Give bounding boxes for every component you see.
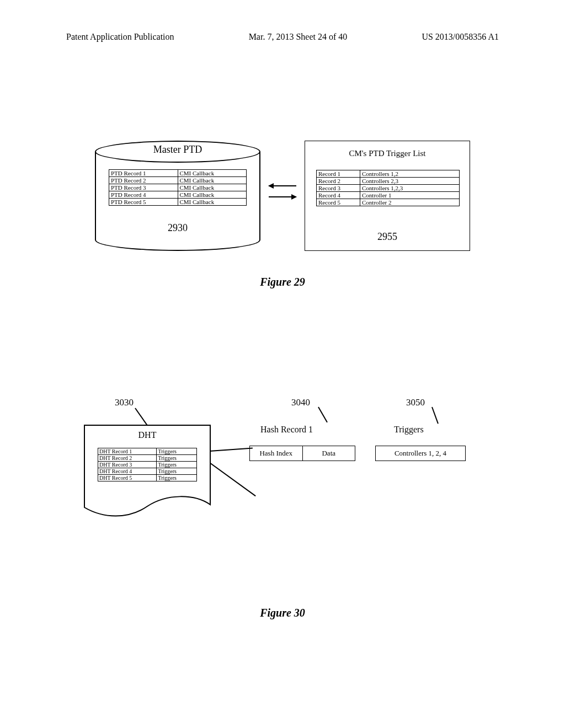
- dht-title: DHT: [84, 430, 211, 440]
- ptd-row-r: CMI Callback: [178, 176, 247, 184]
- header-right: US 2013/0058356 A1: [422, 32, 499, 42]
- dht-row-r: Triggers: [157, 474, 196, 481]
- trig-row-r: Controllers 2,3: [360, 178, 460, 184]
- dht-row-l: DHT Record 4: [98, 468, 157, 474]
- figure-29: Master PTD PTD Record 1CMI Callback PTD …: [0, 141, 565, 273]
- bidirectional-arrow-icon: [266, 182, 299, 204]
- trig-row-l: Record 4: [316, 192, 360, 199]
- trig-row-l: Record 2: [316, 178, 360, 184]
- trig-ref: 3050: [406, 397, 425, 408]
- trig-row-r: Controller 1: [360, 192, 460, 199]
- leader-line-icon: [318, 407, 328, 423]
- trig-row-r: Controllers 1,2: [360, 170, 460, 177]
- figure-29-caption: Figure 29: [0, 276, 565, 288]
- figure-30: 3030 3040 3050 DHT DHT Record 1Triggers …: [0, 408, 565, 552]
- ptd-row-r: CMI Callback: [178, 170, 247, 176]
- trig-row-l: Record 5: [316, 199, 360, 206]
- ptd-row-l: PTD Record 5: [109, 198, 178, 205]
- hash-record-title: Hash Record 1: [260, 425, 313, 435]
- header-mid: Mar. 7, 2013 Sheet 24 of 40: [249, 32, 348, 42]
- ptd-row-l: PTD Record 2: [109, 176, 178, 184]
- dht-table: DHT Record 1Triggers DHT Record 2Trigger…: [98, 448, 197, 481]
- trig-row-r: Controllers 1,2,3: [360, 185, 460, 191]
- master-ptd-title: Master PTD: [95, 144, 260, 156]
- triggers-box: Controllers 1, 2, 4: [375, 446, 466, 461]
- leader-line-icon: [431, 407, 439, 424]
- trigger-list-title: CM's PTD Trigger List: [305, 149, 470, 158]
- ptd-row-r: CMI Callback: [178, 184, 247, 191]
- master-ptd-ref: 2930: [95, 222, 260, 234]
- dht-row-r: Triggers: [157, 454, 196, 461]
- trigger-list-table: Record 1Controllers 1,2 Record 2Controll…: [316, 170, 460, 206]
- hash-data-cell: Data: [303, 446, 355, 461]
- ptd-row-l: PTD Record 4: [109, 191, 178, 198]
- dht-row-l: DHT Record 3: [98, 461, 157, 468]
- trig-row-l: Record 1: [316, 170, 360, 177]
- master-ptd-table: PTD Record 1CMI Callback PTD Record 2CMI…: [109, 169, 247, 206]
- trig-row-l: Record 3: [316, 185, 360, 191]
- dht-row-l: DHT Record 1: [98, 448, 157, 454]
- trigger-list-box: CM's PTD Trigger List Record 1Controller…: [305, 141, 470, 251]
- header-left: Patent Application Publication: [66, 32, 174, 42]
- trig-row-r: Controller 2: [360, 199, 460, 206]
- dht-row-l: DHT Record 2: [98, 454, 157, 461]
- dht-row-l: DHT Record 5: [98, 474, 157, 481]
- master-ptd-cylinder: Master PTD PTD Record 1CMI Callback PTD …: [95, 141, 260, 251]
- dht-row-r: Triggers: [157, 448, 196, 454]
- ptd-row-l: PTD Record 1: [109, 170, 178, 176]
- hash-index-cell: Hash Index: [250, 446, 303, 461]
- triggers-title: Triggers: [394, 425, 424, 435]
- hash-record-box: Hash Index Data: [249, 446, 355, 461]
- dht-ref: 3030: [115, 397, 134, 408]
- dht-row-r: Triggers: [157, 468, 196, 474]
- ptd-row-l: PTD Record 3: [109, 184, 178, 191]
- page-header: Patent Application Publication Mar. 7, 2…: [0, 32, 565, 42]
- ptd-row-r: CMI Callback: [178, 191, 247, 198]
- dht-row-r: Triggers: [157, 461, 196, 468]
- trigger-list-ref: 2955: [305, 231, 470, 243]
- hash-ref: 3040: [291, 397, 310, 408]
- ptd-row-r: CMI Callback: [178, 198, 247, 205]
- leader-line-icon: [135, 408, 147, 425]
- figure-30-caption: Figure 30: [0, 607, 565, 619]
